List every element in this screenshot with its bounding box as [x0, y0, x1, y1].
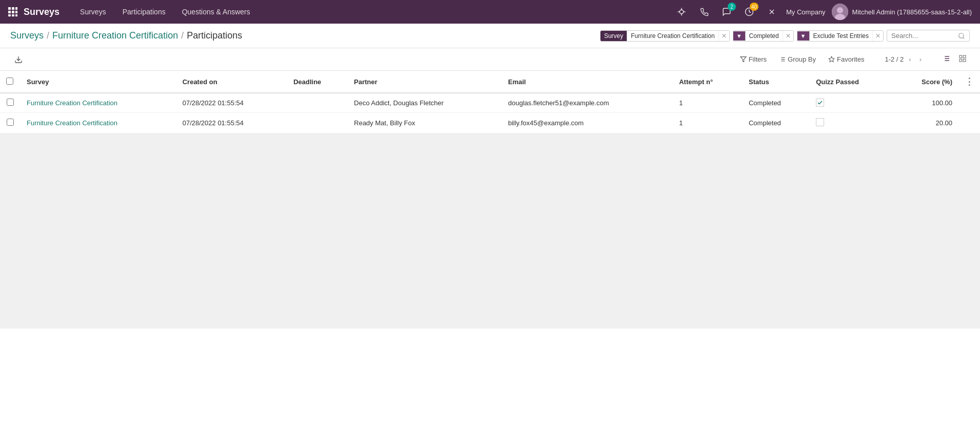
top-menu: Surveys Participations Questions & Answe…: [72, 0, 673, 24]
svg-point-18: [837, 7, 843, 13]
user-menu[interactable]: Mitchell Admin (17885655-saas-15-2-all): [832, 4, 972, 20]
app-name: Surveys: [24, 7, 59, 17]
col-status[interactable]: Status: [743, 71, 810, 93]
col-email[interactable]: Email: [502, 71, 673, 93]
cell-deadline: [287, 113, 348, 133]
filter-tag-survey: Survey Furniture Creation Certification …: [600, 30, 730, 42]
svg-rect-5: [15, 11, 17, 13]
breadcrumb-certification[interactable]: Furniture Creation Certification: [52, 30, 178, 41]
cell-score: 100.00: [893, 93, 958, 113]
top-navigation: Surveys Surveys Participations Questions…: [0, 0, 980, 24]
cell-status: Completed: [743, 113, 810, 133]
col-quizz-passed[interactable]: Quizz Passed: [810, 71, 893, 93]
table-row: Furniture Creation Certification 07/28/2…: [0, 93, 980, 113]
row-checkbox-cell[interactable]: [0, 93, 21, 113]
filter-group: Filters Group By Favorites: [736, 53, 869, 65]
table-wrapper: Survey Created on Deadline Partner Email…: [0, 71, 980, 133]
svg-line-21: [963, 37, 965, 39]
col-more-options: ⋮: [958, 71, 980, 93]
filters-control[interactable]: Filters: [736, 53, 771, 65]
activity-icon[interactable]: 40: [741, 4, 757, 20]
svg-rect-37: [959, 55, 962, 58]
download-button[interactable]: [10, 53, 27, 66]
search-box[interactable]: [887, 30, 970, 42]
groupby-label: Group By: [788, 55, 816, 63]
col-survey[interactable]: Survey: [21, 71, 176, 93]
svg-rect-7: [12, 14, 14, 16]
col-deadline[interactable]: Deadline: [287, 71, 348, 93]
col-score[interactable]: Score (%): [893, 71, 958, 93]
filter-tag-survey-remove[interactable]: ✕: [718, 31, 729, 41]
cell-email: douglas.fletcher51@example.com: [502, 93, 673, 113]
chat-badge: 2: [728, 3, 736, 11]
table-header-row: Survey Created on Deadline Partner Email…: [0, 71, 980, 93]
breadcrumb-surveys[interactable]: Surveys: [10, 30, 44, 41]
filter-tag-exclude-test: ▼ Exclude Test Entries ✕: [797, 30, 884, 42]
close-nav-icon[interactable]: [764, 4, 780, 20]
filter-tag-survey-value: Furniture Creation Certification: [627, 31, 718, 41]
kanban-view-button[interactable]: [955, 52, 970, 66]
col-created-on[interactable]: Created on: [176, 71, 287, 93]
company-name: My Company: [786, 8, 826, 16]
row-checkbox-0[interactable]: [7, 99, 14, 106]
cell-quizz-passed: [810, 113, 893, 133]
quizz-passed-checkbox[interactable]: [816, 99, 824, 107]
select-all-checkbox[interactable]: [6, 78, 13, 85]
favorites-label: Favorites: [837, 55, 864, 63]
groupby-control[interactable]: Group By: [775, 53, 820, 65]
list-view-button[interactable]: [939, 52, 953, 66]
cell-survey[interactable]: Furniture Creation Certification: [21, 93, 176, 113]
cell-more[interactable]: [958, 113, 980, 133]
cell-email: billy.fox45@example.com: [502, 113, 673, 133]
svg-rect-2: [15, 7, 17, 10]
grid-menu-icon[interactable]: [8, 7, 17, 16]
filter-bar: Survey Furniture Creation Certification …: [600, 30, 970, 42]
svg-point-20: [959, 33, 964, 37]
filter-tag-completed-value: Completed: [745, 31, 783, 41]
chat-icon[interactable]: 2: [718, 4, 735, 20]
filters-label: Filters: [749, 55, 767, 63]
col-partner[interactable]: Partner: [348, 71, 502, 93]
cell-quizz-passed: [810, 93, 893, 113]
nav-questions-answers[interactable]: Questions & Answers: [174, 0, 258, 24]
avatar: [832, 4, 848, 20]
view-toggle: [939, 52, 970, 66]
filter-funnel-icon: ▼: [733, 31, 745, 41]
search-input[interactable]: [891, 32, 958, 40]
svg-rect-6: [8, 14, 11, 16]
svg-rect-8: [15, 14, 17, 16]
nav-participations[interactable]: Participations: [114, 0, 174, 24]
pagination-next[interactable]: ›: [916, 54, 925, 64]
filter-tag-exclude-test-value: Exclude Test Entries: [809, 31, 873, 41]
cell-score: 20.00: [893, 113, 958, 133]
quizz-passed-checkbox[interactable]: [816, 118, 824, 126]
cell-created-on: 07/28/2022 01:55:54: [176, 113, 287, 133]
cell-survey[interactable]: Furniture Creation Certification: [21, 113, 176, 133]
user-name: Mitchell Admin (17885655-saas-15-2-all): [852, 8, 972, 16]
filter-tag-completed: ▼ Completed ✕: [733, 30, 794, 42]
filter-tag-exclude-test-remove[interactable]: ✕: [872, 31, 883, 41]
col-attempt[interactable]: Attempt n°: [673, 71, 743, 93]
select-all-header[interactable]: [0, 71, 21, 93]
favorites-control[interactable]: Favorites: [824, 53, 868, 65]
page-footer: [0, 133, 980, 329]
cell-created-on: 07/28/2022 01:55:54: [176, 93, 287, 113]
cell-attempt: 1: [673, 113, 743, 133]
cell-more[interactable]: [958, 93, 980, 113]
bug-icon[interactable]: [673, 4, 690, 20]
svg-rect-4: [12, 11, 14, 13]
main-content: Surveys / Furniture Creation Certificati…: [0, 24, 980, 442]
nav-surveys[interactable]: Surveys: [72, 0, 114, 24]
row-checkbox-1[interactable]: [7, 119, 14, 126]
filter-funnel-icon-2: ▼: [797, 31, 809, 41]
phone-icon[interactable]: [696, 4, 712, 20]
filter-icon: [740, 56, 747, 63]
cell-deadline: [287, 93, 348, 113]
cell-partner: Ready Mat, Billy Fox: [348, 113, 502, 133]
pagination-prev[interactable]: ‹: [906, 54, 914, 64]
row-checkbox-cell[interactable]: [0, 113, 21, 133]
filter-tag-completed-remove[interactable]: ✕: [783, 31, 793, 41]
groupby-icon: [779, 56, 786, 63]
svg-rect-38: [963, 55, 966, 58]
svg-rect-0: [8, 7, 11, 10]
